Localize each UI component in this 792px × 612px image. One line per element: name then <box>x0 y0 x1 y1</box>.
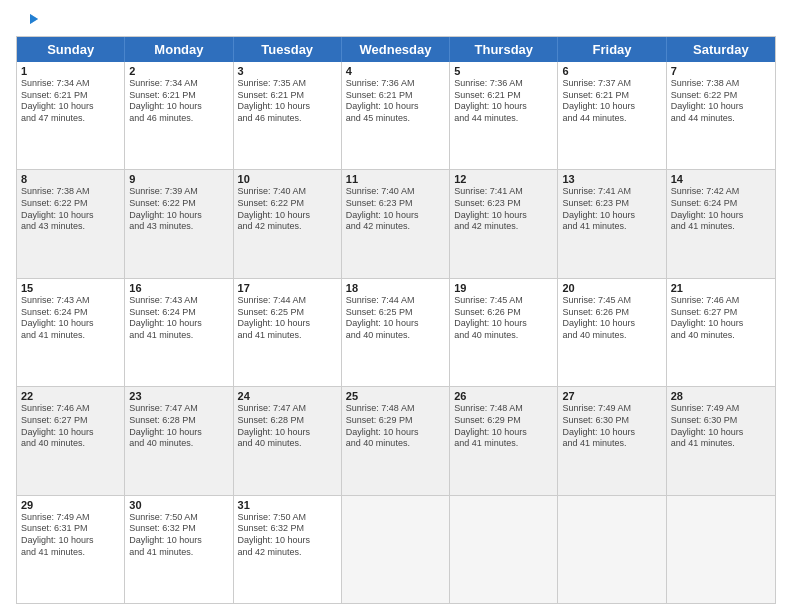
day-number: 15 <box>21 282 120 294</box>
day-number: 12 <box>454 173 553 185</box>
day-number: 10 <box>238 173 337 185</box>
day-cell-14: 14Sunrise: 7:42 AM Sunset: 6:24 PM Dayli… <box>667 170 775 277</box>
header-cell-friday: Friday <box>558 37 666 62</box>
day-number: 26 <box>454 390 553 402</box>
empty-cell <box>667 496 775 603</box>
header-cell-sunday: Sunday <box>17 37 125 62</box>
logo-flag-icon <box>20 12 40 32</box>
empty-cell <box>450 496 558 603</box>
day-cell-4: 4Sunrise: 7:36 AM Sunset: 6:21 PM Daylig… <box>342 62 450 169</box>
day-number: 13 <box>562 173 661 185</box>
day-number: 17 <box>238 282 337 294</box>
day-number: 31 <box>238 499 337 511</box>
day-cell-5: 5Sunrise: 7:36 AM Sunset: 6:21 PM Daylig… <box>450 62 558 169</box>
day-cell-3: 3Sunrise: 7:35 AM Sunset: 6:21 PM Daylig… <box>234 62 342 169</box>
logo-text <box>16 12 40 32</box>
day-number: 9 <box>129 173 228 185</box>
day-cell-24: 24Sunrise: 7:47 AM Sunset: 6:28 PM Dayli… <box>234 387 342 494</box>
day-info: Sunrise: 7:42 AM Sunset: 6:24 PM Dayligh… <box>671 186 771 233</box>
day-number: 18 <box>346 282 445 294</box>
day-info: Sunrise: 7:47 AM Sunset: 6:28 PM Dayligh… <box>129 403 228 450</box>
day-info: Sunrise: 7:45 AM Sunset: 6:26 PM Dayligh… <box>454 295 553 342</box>
day-number: 21 <box>671 282 771 294</box>
header-cell-tuesday: Tuesday <box>234 37 342 62</box>
day-info: Sunrise: 7:47 AM Sunset: 6:28 PM Dayligh… <box>238 403 337 450</box>
day-info: Sunrise: 7:46 AM Sunset: 6:27 PM Dayligh… <box>21 403 120 450</box>
day-info: Sunrise: 7:48 AM Sunset: 6:29 PM Dayligh… <box>346 403 445 450</box>
day-number: 5 <box>454 65 553 77</box>
day-number: 28 <box>671 390 771 402</box>
day-cell-28: 28Sunrise: 7:49 AM Sunset: 6:30 PM Dayli… <box>667 387 775 494</box>
header-cell-wednesday: Wednesday <box>342 37 450 62</box>
day-number: 19 <box>454 282 553 294</box>
calendar-row: 15Sunrise: 7:43 AM Sunset: 6:24 PM Dayli… <box>17 278 775 386</box>
page: SundayMondayTuesdayWednesdayThursdayFrid… <box>0 0 792 612</box>
day-info: Sunrise: 7:34 AM Sunset: 6:21 PM Dayligh… <box>129 78 228 125</box>
day-info: Sunrise: 7:38 AM Sunset: 6:22 PM Dayligh… <box>671 78 771 125</box>
day-cell-10: 10Sunrise: 7:40 AM Sunset: 6:22 PM Dayli… <box>234 170 342 277</box>
day-number: 1 <box>21 65 120 77</box>
day-cell-8: 8Sunrise: 7:38 AM Sunset: 6:22 PM Daylig… <box>17 170 125 277</box>
day-cell-9: 9Sunrise: 7:39 AM Sunset: 6:22 PM Daylig… <box>125 170 233 277</box>
day-info: Sunrise: 7:50 AM Sunset: 6:32 PM Dayligh… <box>238 512 337 559</box>
header-cell-saturday: Saturday <box>667 37 775 62</box>
day-number: 30 <box>129 499 228 511</box>
calendar-row: 8Sunrise: 7:38 AM Sunset: 6:22 PM Daylig… <box>17 169 775 277</box>
day-number: 11 <box>346 173 445 185</box>
day-cell-22: 22Sunrise: 7:46 AM Sunset: 6:27 PM Dayli… <box>17 387 125 494</box>
day-info: Sunrise: 7:49 AM Sunset: 6:30 PM Dayligh… <box>562 403 661 450</box>
day-cell-15: 15Sunrise: 7:43 AM Sunset: 6:24 PM Dayli… <box>17 279 125 386</box>
day-info: Sunrise: 7:37 AM Sunset: 6:21 PM Dayligh… <box>562 78 661 125</box>
calendar-row: 1Sunrise: 7:34 AM Sunset: 6:21 PM Daylig… <box>17 62 775 169</box>
day-info: Sunrise: 7:43 AM Sunset: 6:24 PM Dayligh… <box>21 295 120 342</box>
logo <box>16 12 40 28</box>
day-number: 22 <box>21 390 120 402</box>
day-info: Sunrise: 7:44 AM Sunset: 6:25 PM Dayligh… <box>238 295 337 342</box>
day-cell-27: 27Sunrise: 7:49 AM Sunset: 6:30 PM Dayli… <box>558 387 666 494</box>
day-cell-25: 25Sunrise: 7:48 AM Sunset: 6:29 PM Dayli… <box>342 387 450 494</box>
day-number: 24 <box>238 390 337 402</box>
calendar-row: 22Sunrise: 7:46 AM Sunset: 6:27 PM Dayli… <box>17 386 775 494</box>
day-number: 3 <box>238 65 337 77</box>
day-cell-6: 6Sunrise: 7:37 AM Sunset: 6:21 PM Daylig… <box>558 62 666 169</box>
header-cell-thursday: Thursday <box>450 37 558 62</box>
svg-marker-1 <box>30 14 38 24</box>
day-cell-11: 11Sunrise: 7:40 AM Sunset: 6:23 PM Dayli… <box>342 170 450 277</box>
day-cell-30: 30Sunrise: 7:50 AM Sunset: 6:32 PM Dayli… <box>125 496 233 603</box>
day-info: Sunrise: 7:45 AM Sunset: 6:26 PM Dayligh… <box>562 295 661 342</box>
day-cell-20: 20Sunrise: 7:45 AM Sunset: 6:26 PM Dayli… <box>558 279 666 386</box>
header-cell-monday: Monday <box>125 37 233 62</box>
day-cell-2: 2Sunrise: 7:34 AM Sunset: 6:21 PM Daylig… <box>125 62 233 169</box>
day-info: Sunrise: 7:49 AM Sunset: 6:31 PM Dayligh… <box>21 512 120 559</box>
day-number: 25 <box>346 390 445 402</box>
day-cell-31: 31Sunrise: 7:50 AM Sunset: 6:32 PM Dayli… <box>234 496 342 603</box>
day-info: Sunrise: 7:41 AM Sunset: 6:23 PM Dayligh… <box>454 186 553 233</box>
day-cell-29: 29Sunrise: 7:49 AM Sunset: 6:31 PM Dayli… <box>17 496 125 603</box>
day-number: 16 <box>129 282 228 294</box>
day-info: Sunrise: 7:46 AM Sunset: 6:27 PM Dayligh… <box>671 295 771 342</box>
day-info: Sunrise: 7:40 AM Sunset: 6:23 PM Dayligh… <box>346 186 445 233</box>
day-number: 23 <box>129 390 228 402</box>
day-info: Sunrise: 7:38 AM Sunset: 6:22 PM Dayligh… <box>21 186 120 233</box>
day-info: Sunrise: 7:34 AM Sunset: 6:21 PM Dayligh… <box>21 78 120 125</box>
day-info: Sunrise: 7:41 AM Sunset: 6:23 PM Dayligh… <box>562 186 661 233</box>
calendar-body: 1Sunrise: 7:34 AM Sunset: 6:21 PM Daylig… <box>17 62 775 603</box>
day-number: 14 <box>671 173 771 185</box>
day-info: Sunrise: 7:50 AM Sunset: 6:32 PM Dayligh… <box>129 512 228 559</box>
day-cell-17: 17Sunrise: 7:44 AM Sunset: 6:25 PM Dayli… <box>234 279 342 386</box>
day-info: Sunrise: 7:35 AM Sunset: 6:21 PM Dayligh… <box>238 78 337 125</box>
calendar: SundayMondayTuesdayWednesdayThursdayFrid… <box>16 36 776 604</box>
day-cell-1: 1Sunrise: 7:34 AM Sunset: 6:21 PM Daylig… <box>17 62 125 169</box>
day-cell-23: 23Sunrise: 7:47 AM Sunset: 6:28 PM Dayli… <box>125 387 233 494</box>
day-info: Sunrise: 7:44 AM Sunset: 6:25 PM Dayligh… <box>346 295 445 342</box>
day-info: Sunrise: 7:39 AM Sunset: 6:22 PM Dayligh… <box>129 186 228 233</box>
empty-cell <box>558 496 666 603</box>
day-number: 6 <box>562 65 661 77</box>
day-number: 8 <box>21 173 120 185</box>
day-info: Sunrise: 7:43 AM Sunset: 6:24 PM Dayligh… <box>129 295 228 342</box>
day-number: 4 <box>346 65 445 77</box>
day-cell-7: 7Sunrise: 7:38 AM Sunset: 6:22 PM Daylig… <box>667 62 775 169</box>
day-number: 7 <box>671 65 771 77</box>
day-info: Sunrise: 7:36 AM Sunset: 6:21 PM Dayligh… <box>454 78 553 125</box>
day-info: Sunrise: 7:36 AM Sunset: 6:21 PM Dayligh… <box>346 78 445 125</box>
